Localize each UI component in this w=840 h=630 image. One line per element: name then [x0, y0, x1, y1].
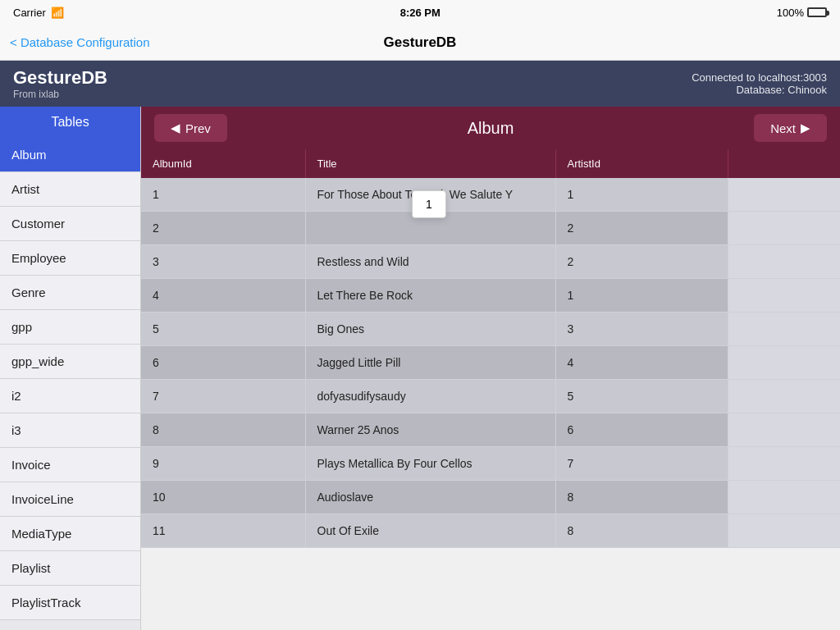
table-row: 6Jagged Little Pill4: [141, 346, 840, 380]
cell-albumid: 5: [141, 313, 305, 346]
connection-host: Connected to localhost:3003: [692, 71, 827, 84]
cell-title: Big Ones: [305, 313, 555, 346]
table-row: 3Restless and Wild2: [141, 245, 840, 279]
cell-artistid: 4: [555, 346, 728, 380]
cell-title: Warner 25 Anos: [305, 413, 555, 447]
table-header-row: AlbumId Title ArtistId: [141, 149, 840, 178]
sidebar: Tables AlbumArtistCustomerEmployeeGenreg…: [0, 107, 141, 630]
cell-title: Restless and Wild: [305, 245, 555, 279]
status-time: 8:26 PM: [400, 7, 441, 19]
back-button[interactable]: < Database Configuration: [10, 35, 150, 49]
sidebar-item-invoice[interactable]: Invoice: [0, 448, 140, 482]
status-bar: Carrier 📶 8:26 PM 100%: [0, 0, 840, 25]
cell-artistid: 3: [555, 313, 728, 346]
table-row: 4Let There Be Rock1: [141, 279, 840, 313]
nav-title: GestureDB: [384, 34, 457, 51]
tooltip-popup: 1: [412, 190, 446, 218]
sidebar-item-invoiceline[interactable]: InvoiceLine: [0, 482, 140, 517]
app-header-left: GestureDB From ixlab: [13, 67, 107, 100]
cell-albumid: 6: [141, 346, 305, 380]
cell-extra: [728, 481, 840, 514]
status-right: 100%: [777, 7, 827, 19]
table-nav: ◀ Prev Album Next ▶: [141, 107, 840, 149]
battery-icon: [807, 7, 827, 17]
cell-albumid: 1: [141, 178, 305, 212]
table-row: 5Big Ones3: [141, 313, 840, 346]
sidebar-item-playlist[interactable]: Playlist: [0, 551, 140, 586]
cell-extra: [728, 245, 840, 279]
col-header-extra: [728, 149, 840, 178]
sidebar-item-artist[interactable]: Artist: [0, 172, 140, 207]
sidebar-header: Tables: [0, 107, 140, 138]
cell-extra: [728, 178, 840, 212]
sidebar-item-gpp[interactable]: gpp: [0, 310, 140, 345]
cell-albumid: 8: [141, 413, 305, 447]
prev-button[interactable]: ◀ Prev: [154, 114, 227, 142]
cell-artistid: 6: [555, 413, 728, 447]
sidebar-item-mediatype[interactable]: MediaType: [0, 517, 140, 551]
connection-db: Database: Chinook: [692, 84, 827, 96]
app-title: GestureDB: [13, 67, 107, 89]
cell-artistid: 7: [555, 447, 728, 481]
album-table: AlbumId Title ArtistId 1For Those About …: [141, 149, 840, 548]
sidebar-item-album[interactable]: Album: [0, 138, 140, 172]
sidebar-item-i2[interactable]: i2: [0, 379, 140, 413]
cell-albumid: 9: [141, 447, 305, 481]
cell-extra: [728, 413, 840, 447]
next-button[interactable]: Next ▶: [754, 114, 827, 142]
cell-albumid: 2: [141, 212, 305, 245]
sidebar-item-genre[interactable]: Genre: [0, 276, 140, 310]
col-header-albumid: AlbumId: [141, 149, 305, 178]
main-layout: Tables AlbumArtistCustomerEmployeeGenreg…: [0, 107, 840, 630]
cell-extra: [728, 279, 840, 313]
next-label: Next: [770, 121, 796, 135]
carrier-label: Carrier: [13, 7, 46, 19]
cell-albumid: 10: [141, 481, 305, 514]
cell-title: Let There Be Rock: [305, 279, 555, 313]
cell-artistid: 8: [555, 514, 728, 548]
cell-albumid: 7: [141, 380, 305, 413]
cell-artistid: 1: [555, 178, 728, 212]
battery-label: 100%: [777, 7, 804, 19]
app-subtitle: From ixlab: [13, 89, 107, 100]
cell-albumid: 4: [141, 279, 305, 313]
cell-extra: [728, 514, 840, 548]
cell-artistid: 1: [555, 279, 728, 313]
table-row: 22: [141, 212, 840, 245]
cell-title: Out Of Exile: [305, 514, 555, 548]
status-left: Carrier 📶: [13, 7, 64, 19]
cell-albumid: 11: [141, 514, 305, 548]
col-header-artistid: ArtistId: [555, 149, 728, 178]
cell-title: Plays Metallica By Four Cellos: [305, 447, 555, 481]
cell-title: Audioslave: [305, 481, 555, 514]
current-table-name: Album: [468, 119, 514, 138]
next-arrow-icon: ▶: [801, 121, 810, 135]
cell-artistid: 5: [555, 380, 728, 413]
sidebar-item-gpp_wide[interactable]: gpp_wide: [0, 345, 140, 379]
prev-arrow-icon: ◀: [171, 121, 180, 135]
table-row: 9Plays Metallica By Four Cellos7: [141, 447, 840, 481]
cell-artistid: 2: [555, 212, 728, 245]
tooltip-text: 1: [426, 198, 432, 211]
table-row: 1For Those About To Rock We Salute Y1: [141, 178, 840, 212]
data-table: AlbumId Title ArtistId 1For Those About …: [141, 149, 840, 630]
content-area: ◀ Prev Album Next ▶ AlbumId Title Artist…: [141, 107, 840, 630]
cell-extra: [728, 380, 840, 413]
nav-bar: < Database Configuration GestureDB: [0, 25, 840, 61]
cell-artistid: 8: [555, 481, 728, 514]
sidebar-item-employee[interactable]: Employee: [0, 241, 140, 276]
app-connection-info: Connected to localhost:3003 Database: Ch…: [692, 71, 827, 96]
cell-title: dofyasudifysaudy: [305, 380, 555, 413]
sidebar-item-playlisttrack[interactable]: PlaylistTrack: [0, 586, 140, 620]
cell-extra: [728, 313, 840, 346]
wifi-icon: 📶: [51, 7, 64, 19]
sidebar-item-i3[interactable]: i3: [0, 413, 140, 448]
cell-albumid: 3: [141, 245, 305, 279]
sidebar-item-customer[interactable]: Customer: [0, 207, 140, 241]
app-header: GestureDB From ixlab Connected to localh…: [0, 61, 840, 107]
cell-extra: [728, 212, 840, 245]
cell-title: Jagged Little Pill: [305, 346, 555, 380]
col-header-title: Title: [305, 149, 555, 178]
table-row: 11Out Of Exile8: [141, 514, 840, 548]
cell-extra: [728, 447, 840, 481]
